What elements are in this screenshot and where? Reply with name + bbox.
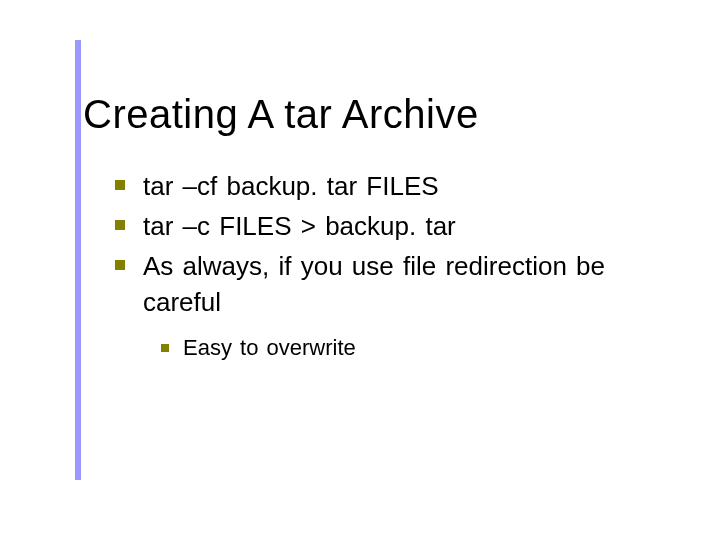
list-item: As always, if you use file redirection b… xyxy=(115,248,680,320)
list-item: tar –cf backup. tar FILES xyxy=(115,168,680,204)
square-bullet-icon xyxy=(115,220,125,230)
slide: Creating A tar Archive tar –cf backup. t… xyxy=(0,0,720,540)
bullet-text: As always, if you use file redirection b… xyxy=(143,248,680,320)
accent-bar xyxy=(75,40,81,480)
square-bullet-icon xyxy=(115,260,125,270)
list-item: Easy to overwrite xyxy=(161,334,680,362)
square-bullet-icon xyxy=(161,344,169,352)
sub-list: Easy to overwrite xyxy=(161,334,680,362)
slide-body: tar –cf backup. tar FILES tar –c FILES >… xyxy=(115,168,680,366)
list-item: tar –c FILES > backup. tar xyxy=(115,208,680,244)
bullet-text: tar –cf backup. tar FILES xyxy=(143,168,439,204)
slide-title: Creating A tar Archive xyxy=(83,92,479,137)
bullet-text: Easy to overwrite xyxy=(183,334,356,362)
square-bullet-icon xyxy=(115,180,125,190)
bullet-text: tar –c FILES > backup. tar xyxy=(143,208,456,244)
